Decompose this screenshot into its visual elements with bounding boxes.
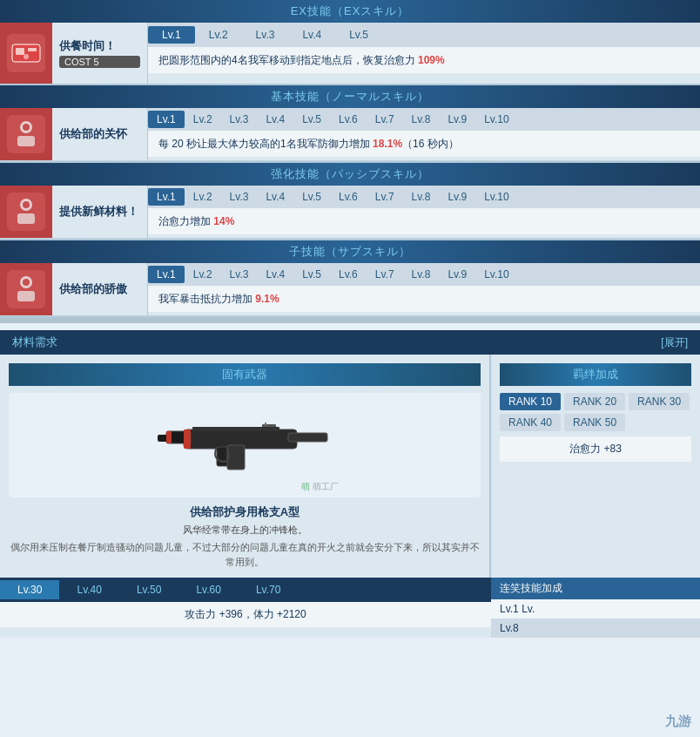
- separator: [0, 318, 700, 323]
- expand-button[interactable]: [展开]: [661, 335, 688, 350]
- weapon-name: 供给部护身用枪支A型: [9, 504, 481, 520]
- sub-level-tab-6[interactable]: Lv.6: [330, 266, 367, 283]
- basic-skill-icon: [7, 115, 45, 153]
- strengthen-skill-row: 提供新鲜材料！ Lv.1 Lv.2 Lv.3 Lv.4 Lv.5 Lv.6 Lv…: [0, 186, 700, 239]
- basic-skill-icon-col: [0, 108, 52, 160]
- basic-level-tab-2[interactable]: Lv.2: [185, 111, 221, 128]
- strengthen-level-tab-10[interactable]: Lv.10: [475, 188, 517, 206]
- basic-level-tab-7[interactable]: Lv.7: [367, 111, 403, 128]
- lv-tabs-row: Lv.30 Lv.40 Lv.50 Lv.60 Lv.70: [0, 578, 491, 602]
- strengthen-skill-desc: 治愈力增加 14%: [148, 208, 700, 234]
- sub-skill-block: 供给部的骄傲 Lv.1 Lv.2 Lv.3 Lv.4 Lv.5 Lv.6 Lv.…: [0, 263, 700, 318]
- materials-title: 材料需求: [12, 335, 57, 350]
- ex-level-tab-2[interactable]: Lv.2: [195, 26, 242, 44]
- strengthen-skill-name-col: 提供新鲜材料！: [52, 186, 148, 238]
- sub-level-tab-2[interactable]: Lv.2: [185, 266, 221, 283]
- sub-level-tab-4[interactable]: Lv.4: [257, 266, 293, 283]
- sub-level-tab-10[interactable]: Lv.10: [475, 266, 517, 283]
- strengthen-level-tab-5[interactable]: Lv.5: [293, 188, 330, 206]
- rank-tab-30[interactable]: RANK 30: [629, 393, 690, 410]
- svg-rect-14: [288, 433, 327, 442]
- strengthen-level-tab-4[interactable]: Lv.4: [257, 188, 293, 206]
- ex-skill-icon-svg: [10, 37, 42, 69]
- basic-level-tab-6[interactable]: Lv.6: [330, 111, 367, 128]
- weapon-col-header: 固有武器: [9, 363, 481, 386]
- svg-rect-8: [17, 213, 35, 224]
- sub-level-tab-9[interactable]: Lv.9: [439, 266, 475, 283]
- weapon-section: 固有武器: [0, 355, 700, 578]
- sub-skill-header: 子技能（サブスキル）: [0, 240, 700, 263]
- strengthen-skill-levels-col: Lv.1 Lv.2 Lv.3 Lv.4 Lv.5 Lv.6 Lv.7 Lv.8 …: [148, 186, 700, 238]
- weapon-lore: 偶尔用来压制在餐厅制造骚动的问题儿童，不过大部分的问题儿童在真的开火之前就会安分…: [9, 540, 481, 569]
- ex-level-tab-3[interactable]: Lv.3: [242, 26, 289, 44]
- lv-section-right: 连笑技能加成 Lv.1 Lv. Lv.8: [491, 578, 700, 638]
- ex-skill-desc: 把圆形范围内的4名我军移动到指定地点后，恢复治愈力 109%: [148, 47, 700, 73]
- ex-level-tab-4[interactable]: Lv.4: [288, 26, 335, 44]
- ex-level-tab-1[interactable]: Lv.1: [148, 26, 195, 44]
- lv-tab-30[interactable]: Lv.30: [0, 580, 59, 599]
- weapon-col: 固有武器: [0, 355, 491, 578]
- svg-point-6: [23, 124, 30, 131]
- ex-level-tabs: Lv.1 Lv.2 Lv.3 Lv.4 Lv.5: [148, 23, 700, 47]
- basic-skill-header: 基本技能（ノーマルスキル）: [0, 85, 700, 108]
- bottom-overlay: Lv.30 Lv.40 Lv.50 Lv.60 Lv.70 攻击力 +396，体…: [0, 578, 700, 638]
- rank-tab-50[interactable]: RANK 50: [564, 414, 625, 431]
- rank-tab-40[interactable]: RANK 40: [500, 414, 561, 431]
- sub-level-tab-3[interactable]: Lv.3: [221, 266, 258, 283]
- lv-section-left: Lv.30 Lv.40 Lv.50 Lv.60 Lv.70 攻击力 +396，体…: [0, 578, 491, 638]
- strengthen-skill-name: 提供新鲜材料！: [59, 204, 140, 220]
- sub-level-tab-5[interactable]: Lv.5: [293, 266, 330, 283]
- watermark-label: 萌 萌工厂: [301, 481, 339, 493]
- svg-rect-1: [16, 48, 24, 55]
- lv-tab-50[interactable]: Lv.50: [119, 580, 178, 599]
- svg-rect-19: [166, 431, 172, 443]
- lv-tab-60[interactable]: Lv.60: [178, 580, 238, 599]
- lv-right-header: 连笑技能加成: [491, 578, 700, 599]
- rank-tabs: RANK 10 RANK 20 RANK 30 RANK 40 RANK 50: [500, 393, 691, 431]
- strengthen-level-tab-2[interactable]: Lv.2: [185, 188, 221, 206]
- lv-tab-40[interactable]: Lv.40: [59, 580, 118, 599]
- lv-tab-70[interactable]: Lv.70: [239, 580, 298, 599]
- basic-skill-row: 供给部的关怀 Lv.1 Lv.2 Lv.3 Lv.4 Lv.5 Lv.6 Lv.…: [0, 108, 700, 161]
- lv-right-row1: Lv.1 Lv.: [491, 599, 700, 619]
- sub-level-tab-8[interactable]: Lv.8: [403, 266, 440, 283]
- strengthen-level-tab-9[interactable]: Lv.9: [439, 188, 475, 206]
- basic-level-tab-5[interactable]: Lv.5: [293, 111, 330, 128]
- weapon-svg-area: 萌 萌工厂: [149, 396, 340, 495]
- strengthen-level-tab-1[interactable]: Lv.1: [148, 188, 185, 206]
- basic-level-tab-3[interactable]: Lv.3: [221, 111, 258, 128]
- ex-level-tab-5[interactable]: Lv.5: [335, 26, 382, 44]
- ex-skill-row: 供餐时间！ COST 5 Lv.1 Lv.2 Lv.3 Lv.4 Lv.5 把圆…: [0, 23, 700, 84]
- strengthen-skill-icon: [7, 193, 45, 231]
- rank-tab-20[interactable]: RANK 20: [564, 393, 625, 410]
- strengthen-level-tab-3[interactable]: Lv.3: [221, 188, 258, 206]
- sub-level-tabs: Lv.1 Lv.2 Lv.3 Lv.4 Lv.5 Lv.6 Lv.7 Lv.8 …: [148, 263, 700, 286]
- rank-tab-10[interactable]: RANK 10: [500, 393, 561, 410]
- ex-skill-name-col: 供餐时间！ COST 5: [52, 23, 148, 84]
- ex-skill-levels-col: Lv.1 Lv.2 Lv.3 Lv.4 Lv.5 把圆形范围内的4名我军移动到指…: [148, 23, 700, 84]
- sub-skill-name-col: 供给部的骄傲: [52, 263, 148, 315]
- lv-desc: 攻击力 +396，体力 +2120: [0, 602, 491, 627]
- ex-skill-name: 供餐时间！: [59, 38, 140, 54]
- basic-level-tab-9[interactable]: Lv.9: [439, 111, 475, 128]
- basic-level-tab-8[interactable]: Lv.8: [403, 111, 440, 128]
- sub-level-tab-1[interactable]: Lv.1: [148, 266, 185, 283]
- basic-level-tab-1[interactable]: Lv.1: [148, 111, 185, 128]
- basic-skill-block: 供给部的关怀 Lv.1 Lv.2 Lv.3 Lv.4 Lv.5 Lv.6 Lv.…: [0, 108, 700, 163]
- basic-level-tab-10[interactable]: Lv.10: [475, 111, 517, 128]
- sub-skill-desc: 我军暴击抵抗力增加 9.1%: [148, 286, 700, 312]
- sub-skill-icon: [7, 270, 45, 308]
- basic-level-tab-4[interactable]: Lv.4: [257, 111, 293, 128]
- sub-skill-icon-svg: [10, 274, 42, 305]
- weapon-image-svg: [149, 396, 340, 492]
- strengthen-level-tab-8[interactable]: Lv.8: [403, 188, 440, 206]
- basic-level-tabs: Lv.1 Lv.2 Lv.3 Lv.4 Lv.5 Lv.6 Lv.7 Lv.8 …: [148, 108, 700, 131]
- bond-col: 羁绊加成 RANK 10 RANK 20 RANK 30 RANK 40 RAN…: [491, 355, 700, 578]
- ex-skill-header: EX技能（EXスキル）: [0, 0, 700, 23]
- strengthen-level-tab-7[interactable]: Lv.7: [367, 188, 403, 206]
- sub-level-tab-7[interactable]: Lv.7: [367, 266, 403, 283]
- ex-skill-block: 供餐时间！ COST 5 Lv.1 Lv.2 Lv.3 Lv.4 Lv.5 把圆…: [0, 23, 700, 85]
- basic-skill-name: 供给部的关怀: [59, 126, 140, 142]
- strengthen-level-tab-6[interactable]: Lv.6: [330, 188, 367, 206]
- svg-point-3: [24, 54, 29, 59]
